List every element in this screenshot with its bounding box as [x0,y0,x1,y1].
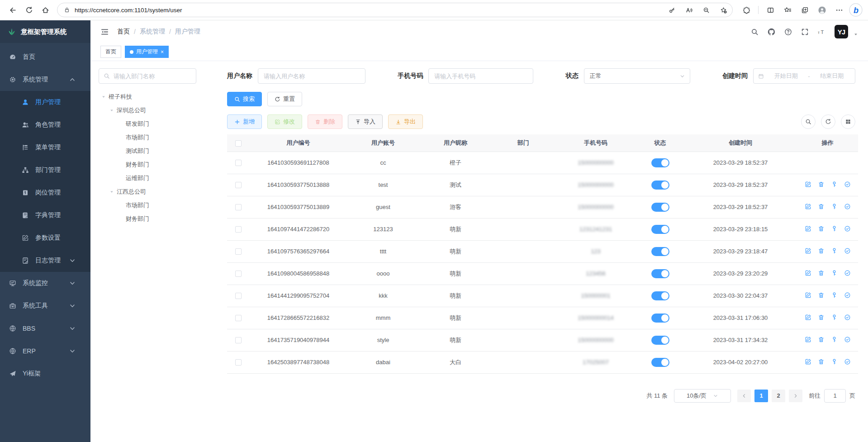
split-screen-icon[interactable] [763,3,778,17]
status-toggle[interactable] [651,203,669,212]
page-number-1[interactable]: 1 [754,390,768,402]
status-toggle[interactable] [651,336,669,345]
github-icon[interactable] [768,28,775,36]
select-all-checkbox[interactable] [235,140,242,147]
row-edit-icon[interactable] [805,358,811,365]
tree-node[interactable]: 财务部门 [99,212,196,226]
user-menu-caret-icon[interactable] [854,32,858,38]
row-delete-icon[interactable] [818,358,825,365]
profile-avatar-icon[interactable] [815,3,829,17]
sidebar-item-dept[interactable]: 部门管理 [0,159,90,181]
row-checkbox[interactable] [235,359,242,366]
row-edit-icon[interactable] [805,336,811,343]
row-reset-password-icon[interactable] [831,225,838,232]
row-assign-role-icon[interactable] [844,314,851,321]
row-delete-icon[interactable] [818,203,825,210]
sidebar-item-erp[interactable]: ERP [0,340,90,362]
row-reset-password-icon[interactable] [831,247,838,254]
sidebar-item-bbs[interactable]: BBS [0,317,90,340]
row-edit-icon[interactable] [805,292,811,299]
tree-node[interactable]: 运维部门 [99,171,196,185]
back-icon[interactable] [5,3,20,17]
sidebar-item-home[interactable]: 首页 [0,46,90,68]
tree-node[interactable]: 橙子科技 [99,90,196,104]
tag-tab-active[interactable]: 用户管理 × [125,46,169,58]
status-toggle[interactable] [651,269,669,278]
tree-node[interactable]: 市场部门 [99,199,196,212]
sidebar-item-dict[interactable]: 字典管理 [0,204,90,227]
collections-icon[interactable] [797,3,812,17]
page-number-2[interactable]: 2 [772,390,785,402]
sidebar-item-param[interactable]: 参数设置 [0,227,90,249]
username-input[interactable] [258,68,365,84]
modify-button[interactable]: 修改 [267,114,302,129]
row-edit-icon[interactable] [805,314,811,321]
row-checkbox[interactable] [235,226,242,233]
row-assign-role-icon[interactable] [844,247,851,254]
date-range-picker[interactable]: 开始日期 - 结束日期 [753,68,855,84]
row-assign-role-icon[interactable] [844,225,851,232]
sidebar-item-yiframe[interactable]: Yi框架 [0,362,90,385]
sidebar-item-role[interactable]: 角色管理 [0,114,90,136]
page-size-select[interactable]: 10条/页 [674,389,731,403]
status-toggle[interactable] [651,291,669,300]
sidebar-item-system[interactable]: 系统管理 [0,68,90,91]
zoom-out-icon[interactable] [700,4,712,16]
row-assign-role-icon[interactable] [844,292,851,299]
status-select[interactable]: 正常 [584,68,690,84]
row-checkbox[interactable] [235,182,242,188]
row-delete-icon[interactable] [818,225,825,232]
tree-caret-icon[interactable] [101,95,106,99]
home-icon[interactable] [38,3,52,17]
row-reset-password-icon[interactable] [831,181,838,188]
row-reset-password-icon[interactable] [831,203,838,210]
status-toggle[interactable] [651,314,669,323]
add-button[interactable]: 新增 [227,114,262,129]
app-logo[interactable]: 意框架管理系统 [0,20,90,43]
row-delete-icon[interactable] [818,336,825,343]
export-button[interactable]: 导出 [388,114,423,129]
font-size-icon[interactable]: тT [818,28,825,36]
row-edit-icon[interactable] [805,181,811,188]
row-reset-password-icon[interactable] [831,314,838,321]
tree-caret-icon[interactable] [109,190,114,194]
row-assign-role-icon[interactable] [844,203,851,210]
tree-node[interactable]: 江西总公司 [99,185,196,199]
url-text[interactable]: https://ccnetcore.com:1101/system/user [75,7,661,14]
fullscreen-icon[interactable] [801,28,809,36]
refresh-table-icon[interactable] [821,114,835,129]
row-checkbox[interactable] [235,271,242,277]
sidebar-item-user[interactable]: 用户管理 [0,91,90,114]
favorites-icon[interactable] [780,3,795,17]
tree-node[interactable]: 研发部门 [99,117,196,131]
address-bar[interactable]: https://ccnetcore.com:1101/system/user [57,3,733,17]
help-icon[interactable] [784,28,792,36]
phone-input[interactable] [428,68,533,84]
row-checkbox[interactable] [235,248,242,255]
sidebar-item-post[interactable]: 岗位管理 [0,181,90,204]
row-checkbox[interactable] [235,204,242,210]
row-delete-icon[interactable] [818,270,825,276]
row-edit-icon[interactable] [805,225,811,232]
row-delete-icon[interactable] [818,181,825,188]
copilot-icon[interactable]: b [849,3,863,17]
sidebar-item-tools[interactable]: 系统工具 [0,295,90,317]
close-tab-icon[interactable]: × [161,49,164,55]
password-key-icon[interactable] [665,4,678,16]
row-checkbox[interactable] [235,337,242,343]
goto-page-input[interactable] [824,389,846,403]
breadcrumb-item[interactable]: 首页 [117,28,130,36]
row-assign-role-icon[interactable] [844,181,851,188]
row-checkbox[interactable] [235,315,242,321]
status-toggle[interactable] [651,158,669,167]
row-reset-password-icon[interactable] [831,292,838,299]
next-page-icon[interactable] [789,390,802,402]
row-reset-password-icon[interactable] [831,336,838,343]
row-assign-role-icon[interactable] [844,336,851,343]
row-reset-password-icon[interactable] [831,358,838,365]
reset-button[interactable]: 重置 [267,92,302,106]
row-edit-icon[interactable] [805,203,811,210]
prev-page-icon[interactable] [737,390,751,402]
tree-node[interactable]: 财务部门 [99,158,196,171]
row-reset-password-icon[interactable] [831,270,838,276]
